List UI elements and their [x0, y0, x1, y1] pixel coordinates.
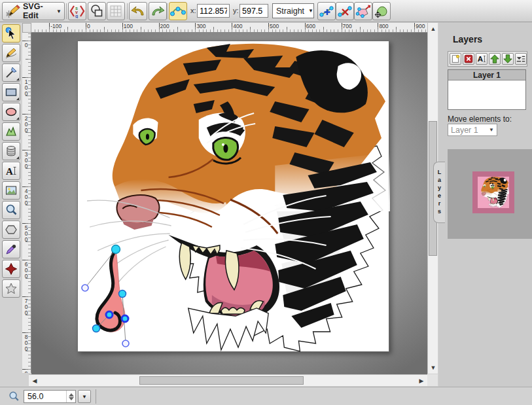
path-node-selected [112, 245, 120, 254]
undo-button[interactable] [129, 2, 147, 20]
select-chevron-down-icon: ▼ [308, 8, 313, 14]
tool-polygon[interactable] [2, 220, 20, 239]
x-coordinate-input[interactable] [197, 4, 230, 18]
tool-ellipse[interactable] [2, 103, 20, 121]
new-layer-icon [450, 54, 461, 64]
scroll-down-arrow-icon[interactable]: ▼ [429, 363, 438, 372]
spinner-up-icon[interactable] [69, 393, 74, 396]
horizontal-scroll-thumb[interactable] [139, 376, 304, 385]
svg-text:A: A [6, 166, 13, 177]
new-layer-button[interactable] [450, 53, 461, 65]
hexagon-icon [5, 223, 18, 236]
flyout-arrow-icon [16, 78, 19, 80]
vruler-label: 700 [23, 298, 29, 315]
hruler-label: 500 [270, 23, 279, 29]
grid-button[interactable] [107, 2, 125, 20]
layer-menu-button[interactable] [515, 53, 527, 65]
layer-buttons-row: A [448, 51, 527, 67]
hruler-label: 900 [416, 23, 425, 29]
zoom-preset-dropdown[interactable]: ▼ [78, 390, 91, 403]
layer-preview-area [448, 149, 532, 239]
svg-edit-app: SVG-Edit ▼ s v g [0, 0, 532, 405]
svg-text:A: A [478, 55, 484, 63]
link-control-points-toggle[interactable] [169, 2, 187, 20]
horizontal-ruler: -10001002003004005006007008009001000 [31, 23, 427, 33]
tool-image[interactable] [2, 181, 20, 200]
hruler-label: 700 [343, 23, 352, 29]
tool-pencil[interactable] [2, 44, 20, 62]
layers-panel-title: Layers [453, 34, 482, 44]
ruler-corner [22, 23, 31, 33]
tool-star[interactable] [2, 279, 20, 298]
x-coordinate-label: x: [190, 7, 196, 14]
horizontal-scrollbar[interactable]: ◀ ▶ [29, 374, 427, 386]
y-coordinate-input[interactable] [239, 4, 268, 18]
add-sub-path-button[interactable] [372, 2, 391, 20]
redo-button[interactable] [149, 2, 167, 20]
tool-shape-library[interactable] [2, 142, 20, 160]
select-chevron-down-icon: ▼ [489, 127, 494, 133]
scroll-right-arrow-icon[interactable]: ▶ [417, 376, 426, 385]
spinner-down-icon[interactable] [69, 397, 74, 400]
redo-icon [150, 4, 166, 18]
tool-select[interactable] [2, 24, 20, 43]
source-editor-button[interactable]: s v g [68, 2, 86, 20]
insert-node-button[interactable] [317, 2, 336, 20]
path-node-highlight [106, 311, 113, 318]
vruler-label: 900 [23, 370, 29, 373]
layer-thumbnail-frame[interactable] [472, 171, 514, 213]
path-node [93, 325, 100, 332]
main-menu-button[interactable]: SVG-Edit ▼ [2, 2, 65, 20]
move-elements-select[interactable]: Layer 1 ▼ [448, 124, 497, 136]
hruler-label: -100 [50, 23, 62, 29]
path-icon [5, 125, 18, 138]
wireframe-button[interactable] [88, 2, 106, 20]
tool-cross-shape[interactable] [2, 260, 20, 278]
vruler-label: 0 [23, 42, 29, 48]
path-control-handle [82, 285, 88, 291]
rename-layer-button[interactable]: A [476, 53, 488, 65]
main-toolbar: SVG-Edit ▼ s v g [0, 0, 532, 22]
hruler-label: 300 [196, 23, 205, 29]
segment-type-select[interactable]: Straight ▼ [272, 3, 314, 18]
zoom-spinner[interactable] [66, 391, 75, 402]
layer-thumbnail-image [478, 177, 509, 208]
open-path-button[interactable] [354, 2, 372, 20]
vertical-ruler: 0100200300400500600700800900 [22, 33, 31, 373]
layer-list[interactable]: Layer 1 [448, 69, 526, 110]
zoom-level-input[interactable]: 56.0 [24, 390, 76, 403]
move-layer-down-button[interactable] [502, 53, 514, 65]
scrollbar-corner [427, 374, 438, 386]
vruler-label: 100 [23, 79, 29, 96]
delete-layer-icon [463, 54, 474, 64]
cross-shape-icon [5, 262, 18, 275]
tool-eyedropper[interactable] [2, 240, 20, 258]
tool-rectangle[interactable] [2, 83, 20, 101]
tool-zoom[interactable] [2, 201, 20, 219]
canvas-workspace[interactable] [31, 33, 427, 374]
delete-layer-button[interactable] [463, 53, 474, 65]
open-path-icon [355, 4, 371, 18]
hruler-label: 800 [379, 23, 388, 29]
eyedropper-icon [5, 243, 18, 256]
wireframe-icon [90, 4, 104, 18]
layers-panel-collapse-tab[interactable]: Layers [433, 162, 445, 223]
path-node [119, 291, 126, 298]
vruler-label: 300 [23, 151, 29, 169]
path-node-highlight [122, 315, 128, 322]
flyout-arrow-icon [16, 156, 19, 159]
scroll-up-arrow-icon[interactable]: ▲ [429, 24, 438, 33]
tool-line[interactable] [2, 63, 20, 82]
app-logo-icon [5, 3, 21, 19]
layers-panel: Layers A [438, 22, 532, 387]
vruler-label: 500 [23, 224, 29, 242]
layer-row-active[interactable]: Layer 1 [448, 70, 525, 80]
scroll-left-arrow-icon[interactable]: ◀ [30, 376, 39, 385]
delete-node-button[interactable] [336, 2, 354, 20]
tool-text[interactable]: A [2, 162, 20, 180]
pencil-icon [5, 46, 18, 60]
star-icon [5, 282, 18, 295]
statusbar-separator [96, 389, 96, 404]
move-layer-up-button[interactable] [489, 53, 501, 65]
tool-path[interactable] [2, 122, 20, 141]
